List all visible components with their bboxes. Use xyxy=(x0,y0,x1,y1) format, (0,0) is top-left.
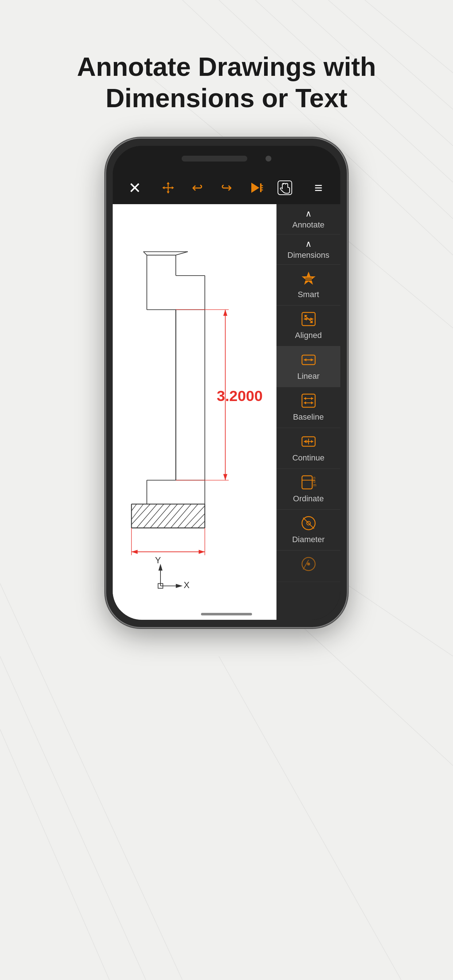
linear-item[interactable]: Linear xyxy=(276,346,340,387)
ordinate-icon: n u m xyxy=(301,475,316,492)
continue-label: Continue xyxy=(292,453,324,463)
svg-line-12 xyxy=(0,729,109,980)
dimensions-section[interactable]: ∧ Dimensions xyxy=(276,234,340,265)
smart-item[interactable]: Smart xyxy=(276,265,340,305)
svg-marker-75 xyxy=(304,318,307,320)
play-button[interactable] xyxy=(245,177,266,199)
svg-rect-98 xyxy=(302,476,312,489)
smart-icon xyxy=(301,270,316,288)
continue-item[interactable]: Continue xyxy=(276,428,340,469)
drawing-area[interactable]: 3.2000 Y X xyxy=(113,204,276,620)
svg-point-109 xyxy=(307,563,310,565)
diameter-label: Diameter xyxy=(292,535,325,544)
svg-text:3.2000: 3.2000 xyxy=(217,388,263,404)
aligned-icon xyxy=(301,311,316,328)
undo-button[interactable]: ↩ xyxy=(187,177,208,199)
more-icon xyxy=(301,556,316,573)
continue-icon xyxy=(301,434,316,451)
smart-label: Smart xyxy=(298,290,319,299)
move-button[interactable] xyxy=(157,177,179,199)
svg-marker-87 xyxy=(311,397,313,400)
aligned-item[interactable]: Aligned xyxy=(276,305,340,346)
ordinate-item[interactable]: n u m Ordinate xyxy=(276,469,340,510)
svg-line-9 xyxy=(219,656,401,980)
svg-marker-90 xyxy=(311,401,313,404)
title-line2: Dimensions or Text xyxy=(106,83,348,113)
title-line1: Annotate Drawings with xyxy=(77,52,376,81)
aligned-label: Aligned xyxy=(295,331,322,340)
svg-rect-84 xyxy=(302,394,315,407)
annotate-section[interactable]: ∧ Annotate xyxy=(276,204,340,234)
annotate-chevron-icon: ∧ xyxy=(305,208,312,219)
ordinate-label: Ordinate xyxy=(293,494,324,503)
notch-bar xyxy=(182,156,247,162)
phone-frame: ✕ ↩ ↪ xyxy=(106,138,347,627)
svg-marker-96 xyxy=(311,440,313,443)
app-content: ✕ ↩ ↪ xyxy=(113,171,340,620)
home-indicator xyxy=(201,613,252,616)
redo-button[interactable]: ↪ xyxy=(215,177,238,199)
notch-camera xyxy=(266,156,271,162)
dimensions-chevron-icon: ∧ xyxy=(305,239,312,249)
linear-icon xyxy=(301,352,316,369)
page-title: Annotate Drawings with Dimensions or Tex… xyxy=(0,51,453,114)
touch-button[interactable] xyxy=(274,177,296,199)
baseline-item[interactable]: Baseline xyxy=(276,387,340,428)
svg-line-10 xyxy=(0,656,146,980)
svg-marker-86 xyxy=(304,397,306,400)
toolbar-center: ↩ ↪ xyxy=(157,177,296,199)
dimensions-label: Dimensions xyxy=(287,250,329,260)
menu-button[interactable]: ≡ xyxy=(308,177,329,199)
svg-text:Y: Y xyxy=(155,555,161,565)
phone-screen: ✕ ↩ ↪ xyxy=(113,146,340,620)
phone-notch xyxy=(113,146,340,171)
diameter-icon xyxy=(301,515,316,533)
svg-line-11 xyxy=(0,583,182,980)
technical-drawing: 3.2000 Y X xyxy=(113,204,276,620)
svg-marker-93 xyxy=(304,440,306,443)
svg-marker-89 xyxy=(304,401,306,404)
more-item[interactable] xyxy=(276,550,340,582)
svg-marker-82 xyxy=(304,358,306,361)
baseline-icon xyxy=(301,393,316,410)
svg-marker-76 xyxy=(310,318,313,320)
sidebar: ∧ Annotate ∧ Dimensions xyxy=(276,204,340,620)
svg-text:m: m xyxy=(313,483,316,487)
toolbar: ✕ ↩ ↪ xyxy=(113,171,340,204)
svg-line-106 xyxy=(303,518,314,529)
linear-label: Linear xyxy=(297,372,319,381)
diameter-item[interactable]: Diameter xyxy=(276,510,340,550)
svg-marker-15 xyxy=(251,183,259,193)
annotate-label: Annotate xyxy=(292,220,324,230)
close-button[interactable]: ✕ xyxy=(124,177,145,199)
svg-marker-83 xyxy=(311,358,313,361)
baseline-label: Baseline xyxy=(293,412,324,422)
svg-text:X: X xyxy=(184,580,190,590)
